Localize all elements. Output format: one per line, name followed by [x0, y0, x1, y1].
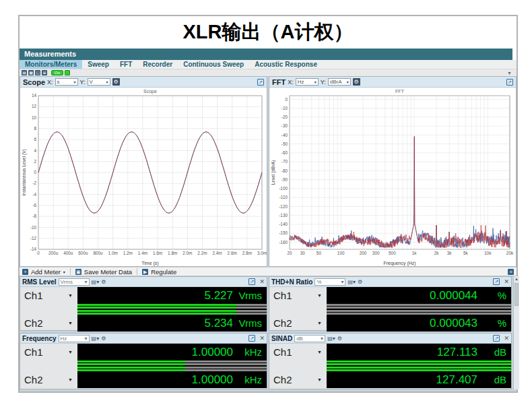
meter-close-icon[interactable]: ✕: [504, 335, 509, 342]
channel-selector[interactable]: Ch1▼: [20, 287, 77, 304]
save-meter-data-icon: ▣: [75, 269, 81, 275]
save-meter-data-button[interactable]: Save Meter Data: [84, 268, 132, 276]
channel-selector[interactable]: Ch1▼: [269, 344, 327, 360]
svg-text:-100: -100: [279, 186, 288, 191]
svg-text:-150: -150: [279, 230, 288, 235]
svg-text:2k: 2k: [434, 251, 440, 255]
meter-display-mode-icon[interactable]: ▤▾: [92, 278, 100, 286]
add-meter-button[interactable]: Add Meter: [31, 268, 61, 276]
app-window: XLR输出（A计权） Measurements Monitors/Meters …: [18, 15, 518, 393]
fft-x-unit-select[interactable]: Hz▾: [296, 78, 319, 86]
meter-settings-icon[interactable]: ⚙: [101, 335, 106, 342]
level-bars-row: [269, 360, 511, 371]
meters-scrollbar[interactable]: ▲: [513, 276, 519, 389]
level-bars-row: [20, 304, 267, 315]
svg-text:-14: -14: [30, 247, 37, 251]
fft-popout-icon[interactable]: ↗: [506, 79, 513, 86]
channel-selector[interactable]: Ch2▼: [269, 315, 327, 332]
meter-close-icon[interactable]: ✕: [259, 278, 265, 285]
meter-close-icon[interactable]: ✕: [504, 278, 509, 285]
svg-text:Level (dBrA): Level (dBrA): [271, 160, 276, 185]
scope-panel: Scope X: s▾ Y: V▾ ⚙ ↗ 0200u400u600u800u1…: [20, 76, 267, 267]
header-right-gap: [512, 49, 517, 60]
meter-toolbar: + Add Meter ▾ ▣ Save Meter Data ▶ Regula…: [20, 267, 517, 276]
meter-popout-icon[interactable]: ↗: [248, 278, 255, 285]
meter-display-mode-icon[interactable]: ▤▾: [92, 335, 100, 342]
channel-row: Ch1▼ 1.00000kHz: [20, 344, 267, 360]
scope-y-unit-select[interactable]: V▾: [88, 78, 110, 86]
scrollbar-up-icon[interactable]: ▲: [514, 276, 519, 282]
tab-monitors-meters[interactable]: Monitors/Meters: [20, 60, 82, 69]
svg-text:-40: -40: [281, 133, 288, 137]
meter-display: 0.000043%: [327, 315, 511, 332]
meter-popout-icon[interactable]: ↗: [493, 278, 500, 285]
svg-text:2.6m: 2.6m: [228, 251, 237, 255]
svg-text:500: 500: [389, 251, 396, 255]
meter-header: SINAD dB▾ ▤▾ ⚙ ↗ ✕: [269, 334, 511, 344]
svg-text:4: 4: [34, 148, 36, 153]
meter-panel-sinad: SINAD dB▾ ▤▾ ⚙ ↗ ✕ Ch1▼ 127.113dB: [269, 333, 512, 389]
add-meter-dropdown-arrow[interactable]: ▾: [63, 270, 65, 274]
toolbar-separator: [70, 268, 71, 275]
scope-popout-icon[interactable]: ↗: [257, 79, 264, 86]
tab-continuous-sweep[interactable]: Continuous Sweep: [178, 60, 249, 69]
svg-text:-12: -12: [30, 236, 37, 241]
meter-display-mode-icon[interactable]: ▤▾: [327, 335, 335, 342]
meter-unit-select[interactable]: Vrms▾: [59, 278, 90, 286]
meter-title: THD+N Ratio: [271, 278, 312, 286]
meter-settings-icon[interactable]: ⚙: [101, 278, 106, 286]
filter-icon[interactable]: ▼: [507, 71, 512, 75]
meter-title: Frequency: [22, 335, 57, 342]
layout-grid-icon[interactable]: ▦: [28, 70, 34, 75]
add-display-icon[interactable]: ⊞: [42, 70, 47, 75]
meter-close-icon[interactable]: ✕: [259, 335, 265, 342]
meter-popout-icon[interactable]: ↗: [493, 335, 500, 342]
regulate-button[interactable]: Regulate: [151, 268, 176, 276]
tab-acoustic-response[interactable]: Acoustic Response: [249, 60, 323, 69]
tab-fft[interactable]: FFT: [114, 60, 137, 69]
scrollbar-thumb[interactable]: [514, 283, 519, 306]
meter-popout-icon[interactable]: ↗: [248, 335, 255, 342]
scope-settings-gear-icon[interactable]: ⚙: [112, 78, 120, 86]
fft-settings-gear-icon[interactable]: ⚙: [353, 78, 360, 86]
svg-text:-10: -10: [30, 225, 37, 230]
layout-single-icon[interactable]: ▤: [22, 70, 27, 75]
svg-text:-110: -110: [279, 195, 288, 199]
channel-row: Ch1▼ 5.227Vrms: [20, 287, 267, 304]
meter-settings-icon[interactable]: ⚙: [358, 278, 362, 286]
meter-display-mode-icon[interactable]: ▤▾: [347, 278, 356, 286]
tab-recorder[interactable]: Recorder: [137, 60, 178, 69]
display-settings-icon[interactable]: ◱: [35, 70, 40, 75]
meter-unit-select[interactable]: dB▾: [294, 335, 325, 342]
meter-unit-select[interactable]: Hz▾: [59, 335, 90, 342]
svg-text:Frequency (Hz): Frequency (Hz): [383, 261, 415, 266]
regulate-icon: ▶: [142, 269, 148, 275]
meter-panel-thdn-ratio: THD+N Ratio %▾ ▤▾ ⚙ ↗ ✕ Ch1▼ 0.000044%: [269, 276, 512, 331]
svg-text:6: 6: [34, 137, 36, 141]
scope-x-label: X:: [47, 79, 53, 86]
svg-text:-2: -2: [32, 181, 36, 185]
meter-header: THD+N Ratio %▾ ▤▾ ⚙ ↗ ✕: [269, 277, 511, 287]
channel-selector[interactable]: Ch2▼: [20, 315, 77, 332]
svg-text:-50: -50: [281, 141, 288, 146]
svg-text:-6: -6: [32, 203, 36, 208]
channel-selector[interactable]: Ch1▼: [269, 287, 327, 304]
meter-unit-select[interactable]: %▾: [314, 278, 345, 286]
generator-on-toggle[interactable]: On: [51, 70, 63, 75]
channel-row: Ch2▼ 1.00000kHz: [20, 371, 267, 388]
toolbar-overflow-icon[interactable]: ≡: [508, 269, 514, 275]
fft-y-unit-select[interactable]: dBrA▾: [328, 78, 351, 86]
svg-text:-8: -8: [32, 214, 36, 218]
svg-text:10k: 10k: [484, 251, 492, 255]
channel-selector[interactable]: Ch2▼: [269, 371, 327, 388]
fft-panel-title: FFT: [272, 78, 286, 86]
svg-text:Instantaneous Level (V): Instantaneous Level (V): [22, 149, 27, 196]
svg-text:8: 8: [34, 126, 36, 131]
meter-settings-icon[interactable]: ⚙: [337, 335, 342, 342]
channel-selector[interactable]: Ch2▼: [20, 371, 77, 388]
channel-selector[interactable]: Ch1▼: [20, 344, 77, 360]
fft-panel-header: FFT X: Hz▾ Y: dBrA▾ ⚙ ↗: [269, 77, 516, 88]
scope-x-unit-select[interactable]: s▾: [55, 78, 78, 86]
svg-text:20: 20: [287, 251, 292, 255]
tab-sweep[interactable]: Sweep: [82, 60, 114, 69]
